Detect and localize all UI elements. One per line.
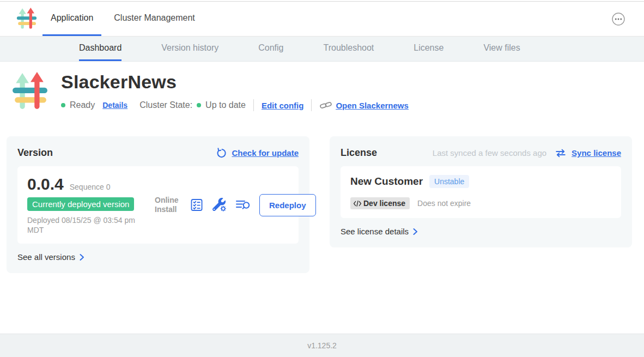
page-title: SlackerNews (61, 71, 409, 93)
tab-cluster-management[interactable]: Cluster Management (106, 2, 203, 36)
see-license-details-link[interactable]: See license details (341, 227, 418, 236)
install-type-label: Online Install (155, 196, 181, 214)
license-card: License Last synced a few seconds ago Sy… (330, 136, 632, 247)
code-icon (353, 200, 362, 207)
cluster-state-dot (197, 103, 201, 107)
masthead-spacer (203, 2, 610, 36)
subnav-license[interactable]: License (414, 37, 443, 61)
open-app-link[interactable]: Open Slackernews (319, 101, 408, 110)
channel-badge: Unstable (429, 175, 469, 188)
version-number: 0.0.4 (27, 175, 64, 193)
app-status-dot (61, 103, 65, 107)
view-logs-button[interactable] (235, 198, 251, 211)
license-type-badge: Dev license (350, 197, 410, 209)
license-panel: New Customer Unstable Dev license Does n… (341, 166, 621, 218)
console-footer: v1.125.2 (0, 334, 644, 357)
chevron-right-icon (412, 228, 418, 235)
status-divider-2 (311, 99, 312, 111)
edit-config-link[interactable]: Edit config (262, 101, 304, 110)
open-app-link-label: Open Slackernews (336, 101, 408, 110)
app-subnav: Dashboard Version history Config Trouble… (0, 37, 644, 62)
app-logo-large (12, 69, 48, 115)
license-card-title: License (341, 147, 377, 159)
subnav-dashboard-label: Dashboard (79, 43, 121, 53)
status-details-link[interactable]: Details (102, 101, 127, 110)
header-tabs: Application Cluster Management (42, 2, 203, 36)
check-for-update-link[interactable]: Check for update (232, 148, 299, 158)
view-logs-icon (235, 198, 251, 211)
preflight-checks-icon (190, 198, 204, 212)
see-license-details-label: See license details (341, 227, 409, 236)
see-all-versions-link[interactable]: See all versions (17, 252, 84, 262)
refresh-icon (216, 148, 227, 159)
version-card: Version Check for update 0.0.4 Sequence … (7, 136, 309, 273)
app-status-text: Ready (70, 100, 95, 110)
cluster-state-value: Up to date (205, 100, 246, 110)
subnav-license-label: License (414, 43, 443, 53)
last-synced-text: Last synced a few seconds ago (433, 148, 546, 158)
sync-icon (555, 148, 567, 159)
see-all-versions-label: See all versions (17, 252, 75, 262)
deployed-timestamp: Deployed 08/15/25 @ 03:54 pm MDT (27, 215, 144, 235)
configure-button[interactable] (212, 198, 227, 212)
cluster-state-label: Cluster State: (139, 100, 192, 110)
subnav-troubleshoot[interactable]: Troubleshoot (323, 37, 374, 61)
license-expiry: Does not expire (417, 199, 471, 208)
app-hero: SlackerNews Ready Details Cluster State:… (0, 62, 644, 115)
current-version-panel: 0.0.4 Sequence 0 Currently deployed vers… (17, 166, 299, 244)
chevron-right-icon (79, 253, 84, 261)
chain-link-icon (319, 101, 332, 110)
console-version: v1.125.2 (307, 341, 337, 350)
dashboard-cards: Version Check for update 0.0.4 Sequence … (0, 115, 644, 273)
status-divider (253, 99, 254, 111)
version-card-title: Version (17, 147, 53, 159)
app-logo-icon (16, 8, 37, 31)
customer-name: New Customer (350, 176, 423, 187)
subnav-view-files-label: View files (483, 43, 520, 53)
subnav-dashboard[interactable]: Dashboard (79, 37, 121, 61)
subnav-version-history-label: Version history (161, 43, 218, 53)
subnav-view-files[interactable]: View files (483, 37, 520, 61)
configure-icon (212, 198, 227, 212)
admin-console: Application Cluster Management Dashboard… (0, 0, 644, 357)
redeploy-button[interactable]: Redeploy (259, 194, 316, 216)
ellipsis-circle-icon (610, 11, 627, 27)
version-sequence: Sequence 0 (70, 183, 111, 191)
preflight-checks-button[interactable] (190, 198, 204, 212)
tab-cluster-management-label: Cluster Management (114, 13, 195, 23)
tab-application-label: Application (51, 13, 93, 23)
deployed-badge: Currently deployed version (27, 197, 134, 211)
masthead: Application Cluster Management (0, 2, 644, 37)
overflow-menu-button[interactable] (610, 11, 627, 27)
tab-application[interactable]: Application (42, 2, 101, 36)
license-type-label: Dev license (363, 199, 405, 208)
subnav-version-history[interactable]: Version history (161, 37, 218, 61)
subnav-troubleshoot-label: Troubleshoot (323, 43, 374, 53)
sync-license-link[interactable]: Sync license (572, 148, 621, 158)
subnav-config-label: Config (258, 43, 283, 53)
app-status-row: Ready Details Cluster State: Up to date … (61, 99, 409, 111)
subnav-config[interactable]: Config (258, 37, 283, 61)
